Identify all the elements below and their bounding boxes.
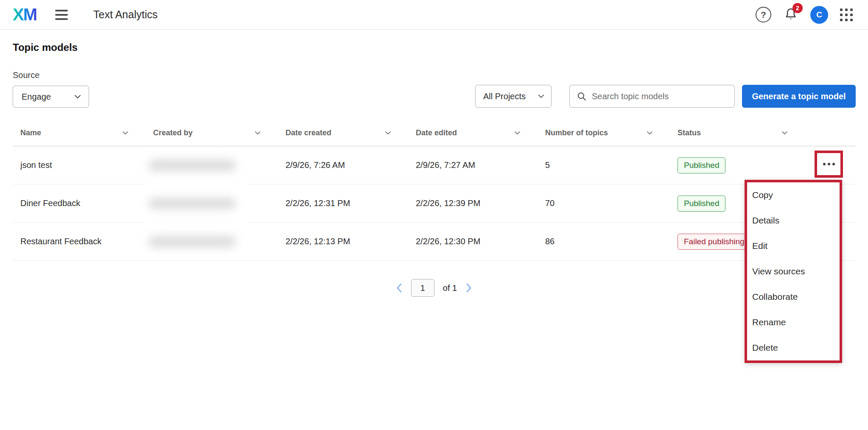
row-actions-context-menu: Copy Details Edit View sources Collabora…: [745, 180, 842, 363]
source-dropdown[interactable]: Engage: [13, 86, 89, 108]
cell-name: Diner Feedback: [13, 198, 153, 208]
menu-item-details[interactable]: Details: [747, 208, 840, 233]
xm-logo: XM: [13, 5, 36, 24]
topic-models-table: Name Created by Date created Date edited…: [13, 120, 855, 261]
search-input[interactable]: [592, 92, 728, 101]
projects-filter-value: All Projects: [483, 92, 526, 101]
status-badge: Published: [678, 157, 725, 173]
row-actions-annotation-box: [815, 151, 843, 178]
previous-page-button[interactable]: [396, 283, 403, 293]
text-analytics-page: XM Text Analytics ? 2 C Topic models: [0, 0, 868, 430]
cell-number-of-topics: 5: [545, 160, 678, 170]
cell-date-created: 2/2/26, 12:13 PM: [286, 237, 416, 246]
column-header-date-created[interactable]: Date created: [286, 128, 416, 137]
top-bar: XM Text Analytics ? 2 C: [0, 0, 868, 30]
column-header-created-by[interactable]: Created by: [153, 128, 286, 137]
chevron-left-icon: [396, 283, 403, 293]
chevron-down-icon: [781, 131, 788, 135]
notification-count-badge: 2: [792, 3, 803, 13]
created-by-blurred-value: [148, 198, 236, 209]
menu-item-view-sources[interactable]: View sources: [747, 259, 840, 284]
cell-date-created: 2/2/26, 12:31 PM: [286, 198, 416, 208]
help-button[interactable]: ?: [756, 7, 771, 22]
notifications-button[interactable]: 2: [783, 7, 798, 23]
search-icon: [577, 91, 587, 101]
search-box: [569, 85, 735, 108]
topbar-actions: ? 2 C: [756, 6, 868, 24]
chevron-down-icon: [538, 94, 544, 98]
chevron-down-icon: [647, 131, 653, 135]
column-header-status[interactable]: Status: [678, 128, 812, 137]
chevron-down-icon: [122, 131, 129, 135]
cell-date-created: 2/9/26, 7:26 AM: [286, 160, 416, 170]
cell-number-of-topics: 86: [545, 237, 678, 246]
projects-filter-dropdown[interactable]: All Projects: [475, 85, 552, 108]
cell-date-edited: 2/9/26, 7:27 AM: [416, 160, 545, 170]
cell-name: Restaurant Feedback: [13, 237, 153, 246]
cell-number-of-topics: 70: [545, 198, 678, 208]
column-header-number-of-topics[interactable]: Number of topics: [545, 128, 678, 137]
next-page-button[interactable]: [465, 283, 472, 293]
cell-name: json test: [13, 160, 153, 170]
created-by-blurred-value: [148, 236, 236, 248]
ellipsis-icon[interactable]: [823, 163, 835, 165]
page-number-input[interactable]: [411, 279, 434, 297]
chevron-down-icon: [255, 131, 261, 135]
page-count-label: of 1: [443, 283, 457, 293]
cell-date-edited: 2/2/26, 12:30 PM: [416, 237, 545, 246]
app-switcher-button[interactable]: [840, 8, 853, 21]
chevron-down-icon: [74, 95, 81, 99]
menu-item-copy[interactable]: Copy: [747, 182, 840, 208]
status-badge: Failed publishing: [678, 234, 751, 250]
user-avatar[interactable]: C: [810, 6, 828, 24]
menu-item-delete[interactable]: Delete: [747, 335, 840, 360]
pagination: of 1: [0, 279, 868, 297]
created-by-blurred-value: [148, 159, 236, 171]
column-header-date-edited[interactable]: Date edited: [416, 128, 545, 137]
source-dropdown-value: Engage: [22, 92, 51, 102]
chevron-down-icon: [385, 131, 391, 135]
menu-item-collaborate[interactable]: Collaborate: [747, 284, 840, 310]
hamburger-menu-icon[interactable]: [55, 6, 73, 24]
table-row[interactable]: Restaurant Feedback 2/2/26, 12:13 PM 2/2…: [13, 223, 855, 261]
column-header-name[interactable]: Name: [13, 128, 153, 137]
menu-item-edit[interactable]: Edit: [747, 233, 840, 259]
help-icon: ?: [756, 7, 771, 22]
table-header-row: Name Created by Date created Date edited…: [13, 120, 855, 146]
page-title: Text Analytics: [93, 8, 157, 21]
cell-date-edited: 2/2/26, 12:39 PM: [416, 198, 545, 208]
source-label: Source: [13, 70, 39, 80]
table-row[interactable]: Diner Feedback 2/2/26, 12:31 PM 2/2/26, …: [13, 184, 855, 223]
chevron-down-icon: [514, 131, 521, 135]
chevron-right-icon: [465, 283, 472, 293]
generate-topic-model-button[interactable]: Generate a topic model: [742, 85, 856, 108]
status-badge: Published: [678, 195, 725, 212]
menu-item-rename[interactable]: Rename: [747, 310, 840, 335]
table-row[interactable]: json test 2/9/26, 7:26 AM 2/9/26, 7:27 A…: [13, 146, 855, 184]
waffle-grid-icon: [840, 8, 853, 21]
topic-models-heading: Topic models: [13, 42, 78, 53]
